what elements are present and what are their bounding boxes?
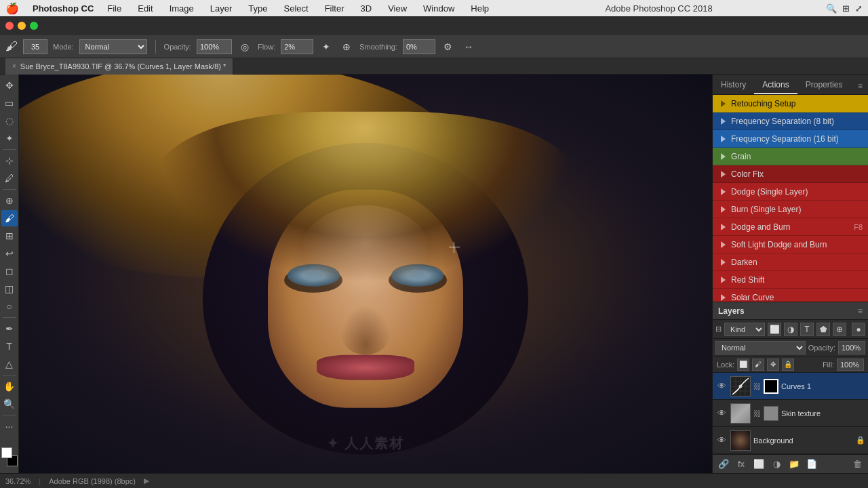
lock-pixels-btn[interactable]: ⬜ <box>737 359 749 371</box>
document-tab[interactable]: × Sue Bryce_T8A9930.TIF @ 36.7% (Curves … <box>5 58 233 75</box>
lock-all-btn[interactable]: 🔒 <box>782 359 794 371</box>
airbrush-icon[interactable]: ◎ <box>237 39 252 54</box>
tab-history[interactable]: History <box>713 77 754 94</box>
status-arrow-btn[interactable]: ▶ <box>144 476 149 485</box>
menu-window[interactable]: Window <box>420 3 457 14</box>
tab-properties[interactable]: Properties <box>797 77 851 94</box>
menu-edit[interactable]: Edit <box>135 3 155 14</box>
flow-input[interactable] <box>281 39 313 54</box>
layers-collapse-icon[interactable]: ≡ <box>858 306 863 316</box>
foreground-color-swatch[interactable] <box>1 447 12 458</box>
lock-image-btn[interactable]: 🖌 <box>752 359 764 371</box>
gradient-tool[interactable]: ◫ <box>1 281 18 297</box>
brush-tool[interactable]: 🖌 <box>1 210 18 226</box>
pen-tool[interactable]: ✒ <box>1 321 18 337</box>
lock-position-btn[interactable]: ✥ <box>767 359 779 371</box>
action-dodge-single[interactable]: Dodge (Single Layer) <box>713 183 868 201</box>
stabilizer-icon[interactable]: ⊕ <box>339 39 354 54</box>
menu-file[interactable]: File <box>104 3 124 14</box>
action-retouching-setup[interactable]: Retouching Setup <box>713 95 868 113</box>
settings-icon[interactable]: ⚙ <box>441 39 456 54</box>
more-tools[interactable]: ··· <box>1 418 18 434</box>
layer-opacity-input[interactable] <box>838 341 865 354</box>
layer-filter-select[interactable]: Kind Name Effect <box>724 323 765 336</box>
lasso-tool[interactable]: ◌ <box>1 113 18 129</box>
add-mask-btn[interactable]: ⬜ <box>752 458 766 471</box>
adj-filter-btn[interactable]: ◑ <box>784 323 797 336</box>
filter-toggle-btn[interactable]: ● <box>852 323 865 336</box>
group-layers-btn[interactable]: 📁 <box>787 458 801 471</box>
eraser-tool[interactable]: ◻ <box>1 263 18 279</box>
menu-help[interactable]: Help <box>468 3 492 14</box>
shape-filter-btn[interactable]: ⬟ <box>816 323 830 336</box>
menu-layer[interactable]: Layer <box>208 3 235 14</box>
dodge-tool[interactable]: ○ <box>1 298 18 314</box>
action-color-fix[interactable]: Color Fix <box>713 165 868 183</box>
action-soft-light[interactable]: Soft Light Dodge and Burn <box>713 236 868 253</box>
canvas-area[interactable]: ✦ 人人素材 <box>19 75 712 473</box>
action-red-shift[interactable]: Red Shift <box>713 271 868 289</box>
zoom-tool[interactable]: 🔍 <box>1 396 18 412</box>
flow-label: Flow: <box>258 43 275 51</box>
panel-collapse-icon[interactable]: ≡ <box>852 78 868 94</box>
layer-background[interactable]: 👁 Background 🔒 <box>713 427 868 454</box>
tab-close[interactable]: × <box>12 62 16 70</box>
layer-curves1[interactable]: 👁 <box>713 373 868 400</box>
layer-fill-input[interactable] <box>837 359 864 371</box>
action-solar-curve[interactable]: Solar Curve <box>713 289 868 302</box>
menu-view[interactable]: View <box>385 3 410 14</box>
layer-visibility-bg[interactable]: 👁 <box>715 434 728 447</box>
fullscreen-button[interactable] <box>30 22 38 30</box>
text-tool[interactable]: T <box>1 338 18 354</box>
pressure-icon[interactable]: ↔ <box>461 39 476 54</box>
shape-tool[interactable]: △ <box>1 356 18 372</box>
opacity-input[interactable] <box>197 39 232 54</box>
action-freq-sep-8[interactable]: Frequency Separation (8 bit) <box>713 113 868 130</box>
flow-toggle-icon[interactable]: ✦ <box>319 39 334 54</box>
delete-layer-btn[interactable]: 🗑 <box>850 458 864 471</box>
move-tool[interactable]: ✥ <box>1 77 18 94</box>
menu-image[interactable]: Image <box>167 3 197 14</box>
action-freq-sep-16[interactable]: Frequency Separation (16 bit) <box>713 130 868 148</box>
action-triangle <box>721 100 726 107</box>
action-triangle <box>721 259 726 266</box>
layer-fx-btn[interactable]: fx <box>734 458 748 471</box>
action-grain[interactable]: Grain <box>713 148 868 165</box>
pixel-filter-btn[interactable]: ⬜ <box>768 323 781 336</box>
layer-visibility-skin[interactable]: 👁 <box>715 407 728 420</box>
history-brush-tool[interactable]: ↩ <box>1 245 18 262</box>
close-button[interactable] <box>5 22 14 30</box>
action-darken[interactable]: Darken <box>713 253 868 271</box>
tab-actions[interactable]: Actions <box>754 77 797 94</box>
layer-skin-texture[interactable]: 👁 ⛓ Skin texture <box>713 400 868 427</box>
select-rect-tool[interactable]: ▭ <box>1 95 18 111</box>
layer-mode-select[interactable]: Normal Multiply Screen Overlay Soft Ligh… <box>715 341 806 354</box>
add-adjustment-btn[interactable]: ◑ <box>770 458 783 471</box>
new-layer-btn[interactable]: 📄 <box>805 458 818 471</box>
clone-stamp-tool[interactable]: ⊞ <box>1 228 18 244</box>
mode-select[interactable]: Normal Dissolve Multiply Screen Overlay … <box>79 39 147 54</box>
type-filter-btn[interactable]: T <box>800 323 814 336</box>
menu-select[interactable]: Select <box>281 3 311 14</box>
layer-visibility-curves1[interactable]: 👁 <box>715 380 728 392</box>
menu-filter[interactable]: Filter <box>322 3 347 14</box>
hand-tool[interactable]: ✋ <box>1 378 18 394</box>
grid-icon[interactable]: ⊞ <box>842 3 850 14</box>
apple-menu[interactable]: 🍎 <box>5 2 19 15</box>
search-icon[interactable]: 🔍 <box>826 3 837 14</box>
action-label: Frequency Separation (16 bit) <box>731 134 839 144</box>
menu-3d[interactable]: 3D <box>358 3 375 14</box>
smart-filter-btn[interactable]: ⊕ <box>833 323 846 336</box>
menu-type[interactable]: Type <box>245 3 270 14</box>
maximize-icon[interactable]: ⤢ <box>855 3 863 14</box>
action-label: Burn (Single Layer) <box>731 205 801 214</box>
action-burn-single[interactable]: Burn (Single Layer) <box>713 201 868 218</box>
eyedropper-tool[interactable]: 🖊 <box>1 170 18 186</box>
minimize-button[interactable] <box>18 22 26 30</box>
crop-tool[interactable]: ⊹ <box>1 152 18 169</box>
healing-brush-tool[interactable]: ⊕ <box>1 192 18 209</box>
action-dodge-burn[interactable]: Dodge and Burn F8 <box>713 218 868 236</box>
smoothing-input[interactable] <box>403 39 435 54</box>
link-layers-btn[interactable]: 🔗 <box>717 458 730 471</box>
quick-select-tool[interactable]: ✦ <box>1 130 18 146</box>
